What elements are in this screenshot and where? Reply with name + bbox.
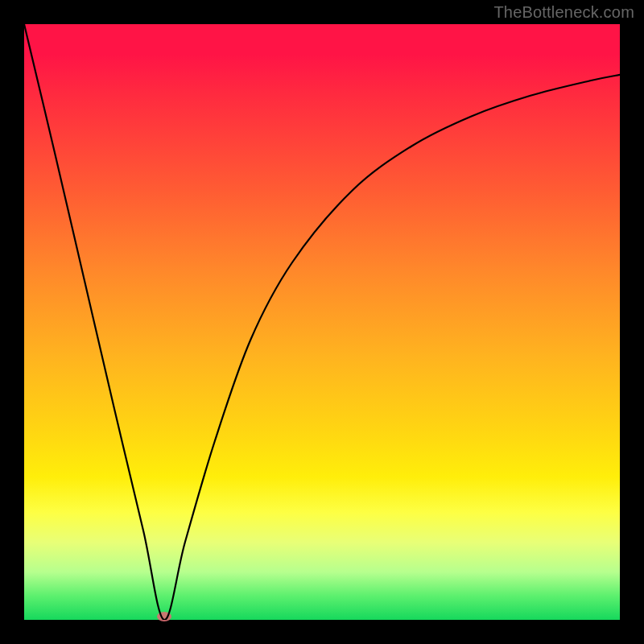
bottleneck-curve: [24, 24, 620, 620]
watermark-text: TheBottleneck.com: [493, 3, 634, 22]
curve-svg: [24, 24, 620, 620]
plot-area: [24, 24, 620, 620]
chart-frame: TheBottleneck.com: [0, 0, 644, 644]
